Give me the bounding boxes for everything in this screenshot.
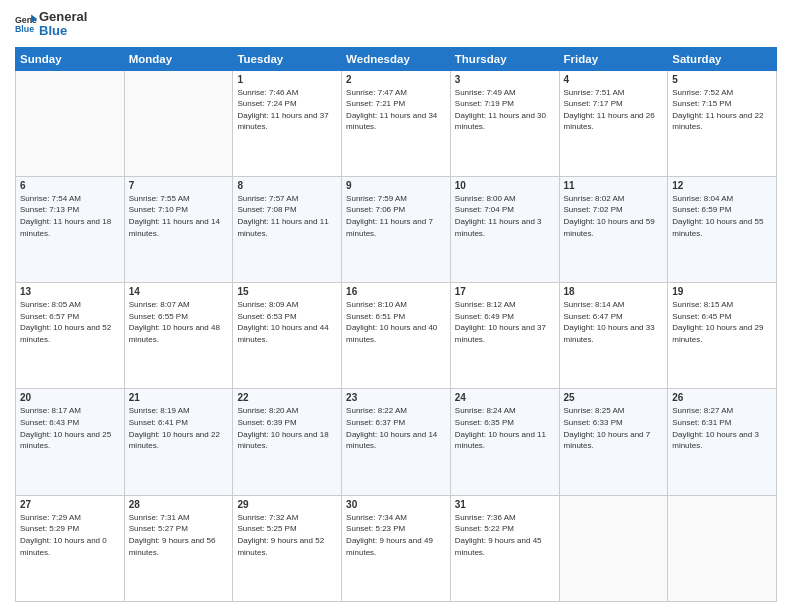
day-info: Sunrise: 8:15 AMSunset: 6:45 PMDaylight:… xyxy=(672,299,772,345)
day-number: 28 xyxy=(129,499,229,510)
weekday-header-friday: Friday xyxy=(559,47,668,70)
day-number: 7 xyxy=(129,180,229,191)
day-cell: 30Sunrise: 7:34 AMSunset: 5:23 PMDayligh… xyxy=(342,495,451,601)
day-number: 13 xyxy=(20,286,120,297)
week-row-5: 27Sunrise: 7:29 AMSunset: 5:29 PMDayligh… xyxy=(16,495,777,601)
day-info: Sunrise: 8:27 AMSunset: 6:31 PMDaylight:… xyxy=(672,405,772,451)
day-cell: 29Sunrise: 7:32 AMSunset: 5:25 PMDayligh… xyxy=(233,495,342,601)
day-cell: 11Sunrise: 8:02 AMSunset: 7:02 PMDayligh… xyxy=(559,176,668,282)
day-info: Sunrise: 8:00 AMSunset: 7:04 PMDaylight:… xyxy=(455,193,555,239)
day-number: 2 xyxy=(346,74,446,85)
calendar-page: General Blue General Blue SundayMondayTu… xyxy=(0,0,792,612)
logo-blue: Blue xyxy=(39,24,87,38)
logo-icon: General Blue xyxy=(15,13,37,35)
day-cell: 10Sunrise: 8:00 AMSunset: 7:04 PMDayligh… xyxy=(450,176,559,282)
day-number: 30 xyxy=(346,499,446,510)
day-info: Sunrise: 7:32 AMSunset: 5:25 PMDaylight:… xyxy=(237,512,337,558)
day-number: 10 xyxy=(455,180,555,191)
day-cell: 8Sunrise: 7:57 AMSunset: 7:08 PMDaylight… xyxy=(233,176,342,282)
day-number: 29 xyxy=(237,499,337,510)
day-cell: 19Sunrise: 8:15 AMSunset: 6:45 PMDayligh… xyxy=(668,283,777,389)
day-cell: 9Sunrise: 7:59 AMSunset: 7:06 PMDaylight… xyxy=(342,176,451,282)
day-cell: 20Sunrise: 8:17 AMSunset: 6:43 PMDayligh… xyxy=(16,389,125,495)
day-info: Sunrise: 7:59 AMSunset: 7:06 PMDaylight:… xyxy=(346,193,446,239)
day-info: Sunrise: 8:07 AMSunset: 6:55 PMDaylight:… xyxy=(129,299,229,345)
day-cell: 13Sunrise: 8:05 AMSunset: 6:57 PMDayligh… xyxy=(16,283,125,389)
day-info: Sunrise: 7:55 AMSunset: 7:10 PMDaylight:… xyxy=(129,193,229,239)
day-cell: 18Sunrise: 8:14 AMSunset: 6:47 PMDayligh… xyxy=(559,283,668,389)
day-number: 24 xyxy=(455,392,555,403)
week-row-3: 13Sunrise: 8:05 AMSunset: 6:57 PMDayligh… xyxy=(16,283,777,389)
day-number: 20 xyxy=(20,392,120,403)
weekday-header-thursday: Thursday xyxy=(450,47,559,70)
day-info: Sunrise: 8:25 AMSunset: 6:33 PMDaylight:… xyxy=(564,405,664,451)
day-cell xyxy=(668,495,777,601)
day-cell: 5Sunrise: 7:52 AMSunset: 7:15 PMDaylight… xyxy=(668,70,777,176)
day-cell xyxy=(559,495,668,601)
weekday-header-tuesday: Tuesday xyxy=(233,47,342,70)
day-info: Sunrise: 8:19 AMSunset: 6:41 PMDaylight:… xyxy=(129,405,229,451)
day-cell: 28Sunrise: 7:31 AMSunset: 5:27 PMDayligh… xyxy=(124,495,233,601)
weekday-header-saturday: Saturday xyxy=(668,47,777,70)
day-info: Sunrise: 7:46 AMSunset: 7:24 PMDaylight:… xyxy=(237,87,337,133)
week-row-2: 6Sunrise: 7:54 AMSunset: 7:13 PMDaylight… xyxy=(16,176,777,282)
day-number: 22 xyxy=(237,392,337,403)
day-cell: 26Sunrise: 8:27 AMSunset: 6:31 PMDayligh… xyxy=(668,389,777,495)
day-cell: 21Sunrise: 8:19 AMSunset: 6:41 PMDayligh… xyxy=(124,389,233,495)
day-info: Sunrise: 7:57 AMSunset: 7:08 PMDaylight:… xyxy=(237,193,337,239)
day-number: 19 xyxy=(672,286,772,297)
weekday-header-monday: Monday xyxy=(124,47,233,70)
day-number: 5 xyxy=(672,74,772,85)
day-info: Sunrise: 7:36 AMSunset: 5:22 PMDaylight:… xyxy=(455,512,555,558)
day-info: Sunrise: 8:12 AMSunset: 6:49 PMDaylight:… xyxy=(455,299,555,345)
day-cell: 3Sunrise: 7:49 AMSunset: 7:19 PMDaylight… xyxy=(450,70,559,176)
day-number: 27 xyxy=(20,499,120,510)
day-info: Sunrise: 7:54 AMSunset: 7:13 PMDaylight:… xyxy=(20,193,120,239)
weekday-header-wednesday: Wednesday xyxy=(342,47,451,70)
day-cell: 27Sunrise: 7:29 AMSunset: 5:29 PMDayligh… xyxy=(16,495,125,601)
day-cell: 24Sunrise: 8:24 AMSunset: 6:35 PMDayligh… xyxy=(450,389,559,495)
logo: General Blue General Blue xyxy=(15,10,87,39)
weekday-header-row: SundayMondayTuesdayWednesdayThursdayFrid… xyxy=(16,47,777,70)
day-number: 4 xyxy=(564,74,664,85)
day-info: Sunrise: 8:22 AMSunset: 6:37 PMDaylight:… xyxy=(346,405,446,451)
day-cell: 7Sunrise: 7:55 AMSunset: 7:10 PMDaylight… xyxy=(124,176,233,282)
day-info: Sunrise: 8:05 AMSunset: 6:57 PMDaylight:… xyxy=(20,299,120,345)
day-number: 8 xyxy=(237,180,337,191)
day-cell: 12Sunrise: 8:04 AMSunset: 6:59 PMDayligh… xyxy=(668,176,777,282)
day-cell: 23Sunrise: 8:22 AMSunset: 6:37 PMDayligh… xyxy=(342,389,451,495)
day-info: Sunrise: 8:10 AMSunset: 6:51 PMDaylight:… xyxy=(346,299,446,345)
day-info: Sunrise: 7:31 AMSunset: 5:27 PMDaylight:… xyxy=(129,512,229,558)
svg-text:Blue: Blue xyxy=(15,24,34,34)
day-info: Sunrise: 7:47 AMSunset: 7:21 PMDaylight:… xyxy=(346,87,446,133)
day-cell: 16Sunrise: 8:10 AMSunset: 6:51 PMDayligh… xyxy=(342,283,451,389)
day-info: Sunrise: 8:09 AMSunset: 6:53 PMDaylight:… xyxy=(237,299,337,345)
day-number: 12 xyxy=(672,180,772,191)
day-number: 26 xyxy=(672,392,772,403)
header: General Blue General Blue xyxy=(15,10,777,39)
day-cell: 14Sunrise: 8:07 AMSunset: 6:55 PMDayligh… xyxy=(124,283,233,389)
day-cell: 6Sunrise: 7:54 AMSunset: 7:13 PMDaylight… xyxy=(16,176,125,282)
day-number: 25 xyxy=(564,392,664,403)
weekday-header-sunday: Sunday xyxy=(16,47,125,70)
day-cell: 22Sunrise: 8:20 AMSunset: 6:39 PMDayligh… xyxy=(233,389,342,495)
day-info: Sunrise: 7:52 AMSunset: 7:15 PMDaylight:… xyxy=(672,87,772,133)
day-number: 11 xyxy=(564,180,664,191)
day-number: 18 xyxy=(564,286,664,297)
day-number: 23 xyxy=(346,392,446,403)
day-cell: 4Sunrise: 7:51 AMSunset: 7:17 PMDaylight… xyxy=(559,70,668,176)
day-cell xyxy=(124,70,233,176)
day-number: 16 xyxy=(346,286,446,297)
logo-general: General xyxy=(39,10,87,24)
day-number: 9 xyxy=(346,180,446,191)
day-number: 21 xyxy=(129,392,229,403)
day-cell: 25Sunrise: 8:25 AMSunset: 6:33 PMDayligh… xyxy=(559,389,668,495)
day-info: Sunrise: 8:17 AMSunset: 6:43 PMDaylight:… xyxy=(20,405,120,451)
day-info: Sunrise: 8:14 AMSunset: 6:47 PMDaylight:… xyxy=(564,299,664,345)
day-number: 17 xyxy=(455,286,555,297)
day-info: Sunrise: 7:51 AMSunset: 7:17 PMDaylight:… xyxy=(564,87,664,133)
day-cell: 1Sunrise: 7:46 AMSunset: 7:24 PMDaylight… xyxy=(233,70,342,176)
day-number: 31 xyxy=(455,499,555,510)
day-number: 3 xyxy=(455,74,555,85)
day-number: 14 xyxy=(129,286,229,297)
